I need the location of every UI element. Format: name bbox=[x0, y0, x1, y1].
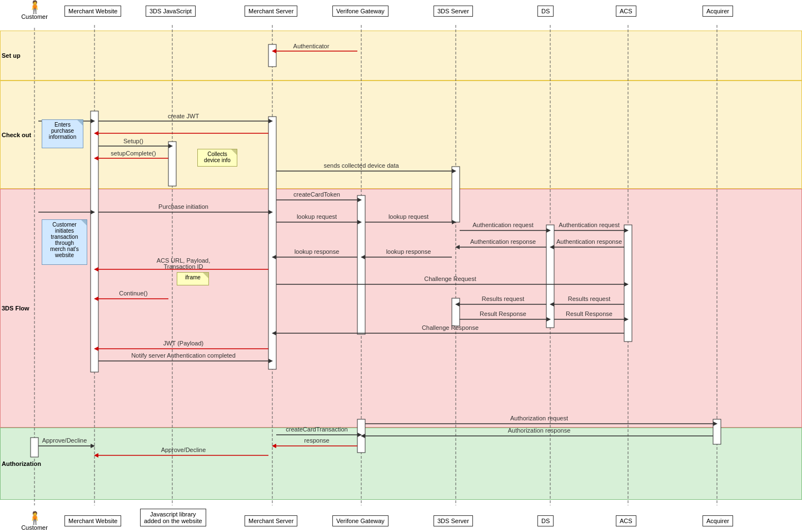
footer-3ds-server-box: 3DS Server bbox=[434, 515, 473, 526]
header-ds: DS bbox=[537, 6, 554, 17]
footer-ds: DS bbox=[537, 515, 554, 526]
note-enters-purchase-text: Enterspurchaseinformation bbox=[49, 122, 76, 140]
note-iframe: iframe bbox=[177, 272, 209, 285]
header-acs: ACS bbox=[616, 6, 636, 17]
merchant-website-box: Merchant Website bbox=[64, 6, 121, 17]
footer-merchant-server: Merchant Server bbox=[245, 515, 297, 526]
footer-merchant-website: Merchant Website bbox=[64, 515, 121, 526]
footer-merchant-server-box: Merchant Server bbox=[245, 515, 297, 526]
footer-acquirer-box: Acquirer bbox=[703, 515, 733, 526]
note-customer-initiates: Customerinitiatestransactionthroughmerch… bbox=[42, 219, 87, 265]
sequence-diagram: Set up Check out 3DS Flow Authorization bbox=[0, 0, 802, 532]
header-3ds-server: 3DS Server bbox=[434, 6, 473, 17]
footer-verifone-gw: Verifone Gateway bbox=[332, 515, 388, 526]
footer-ds-box: DS bbox=[537, 515, 554, 526]
footer-acs: ACS bbox=[616, 515, 636, 526]
footer-acs-box: ACS bbox=[616, 515, 636, 526]
header-customer: 🧍 Customer bbox=[17, 1, 52, 20]
footer-acquirer: Acquirer bbox=[703, 515, 733, 526]
footer-3ds-server: 3DS Server bbox=[434, 515, 473, 526]
lane-auth-label: Authorization bbox=[2, 460, 41, 467]
lane-setup-label: Set up bbox=[2, 52, 21, 59]
3ds-server-box: 3DS Server bbox=[434, 6, 473, 17]
customer-label: Customer bbox=[17, 13, 52, 20]
acquirer-box: Acquirer bbox=[703, 6, 733, 17]
footer-js-library-box: Javascript libraryadded on the website bbox=[140, 509, 206, 526]
footer-customer-icon: 🧍 bbox=[17, 512, 52, 524]
lane-checkout: Check out bbox=[0, 81, 802, 189]
ds-box: DS bbox=[537, 6, 554, 17]
lane-setup: Set up bbox=[0, 31, 802, 81]
header-merchant-server: Merchant Server bbox=[245, 6, 297, 17]
footer-js-library: Javascript libraryadded on the website bbox=[140, 509, 206, 526]
customer-icon: 🧍 bbox=[17, 1, 52, 13]
note-iframe-text: iframe bbox=[185, 274, 201, 280]
footer-customer-label: Customer bbox=[17, 524, 52, 531]
header-verifone-gw: Verifone Gateway bbox=[332, 6, 388, 17]
note-enters-purchase: Enterspurchaseinformation bbox=[42, 119, 83, 148]
header-3ds-js: 3DS JavaScript bbox=[146, 6, 196, 17]
note-collects-device: Collectsdevice info bbox=[197, 149, 237, 167]
verifone-gw-box: Verifone Gateway bbox=[332, 6, 388, 17]
lane-3ds: 3DS Flow bbox=[0, 189, 802, 428]
header-acquirer: Acquirer bbox=[703, 6, 733, 17]
acs-box: ACS bbox=[616, 6, 636, 17]
note-customer-initiates-text: Customerinitiatestransactionthroughmerch… bbox=[50, 222, 78, 258]
merchant-server-box: Merchant Server bbox=[245, 6, 297, 17]
note-collects-device-text: Collectsdevice info bbox=[204, 151, 231, 163]
header-merchant-website: Merchant Website bbox=[64, 6, 121, 17]
footer-merchant-website-box: Merchant Website bbox=[64, 515, 121, 526]
footer-customer: 🧍 Customer bbox=[17, 512, 52, 531]
footer-verifone-gw-box: Verifone Gateway bbox=[332, 515, 388, 526]
3ds-js-box: 3DS JavaScript bbox=[146, 6, 196, 17]
lane-3ds-label: 3DS Flow bbox=[2, 305, 29, 312]
lane-auth: Authorization bbox=[0, 428, 802, 500]
lane-checkout-label: Check out bbox=[2, 132, 31, 138]
